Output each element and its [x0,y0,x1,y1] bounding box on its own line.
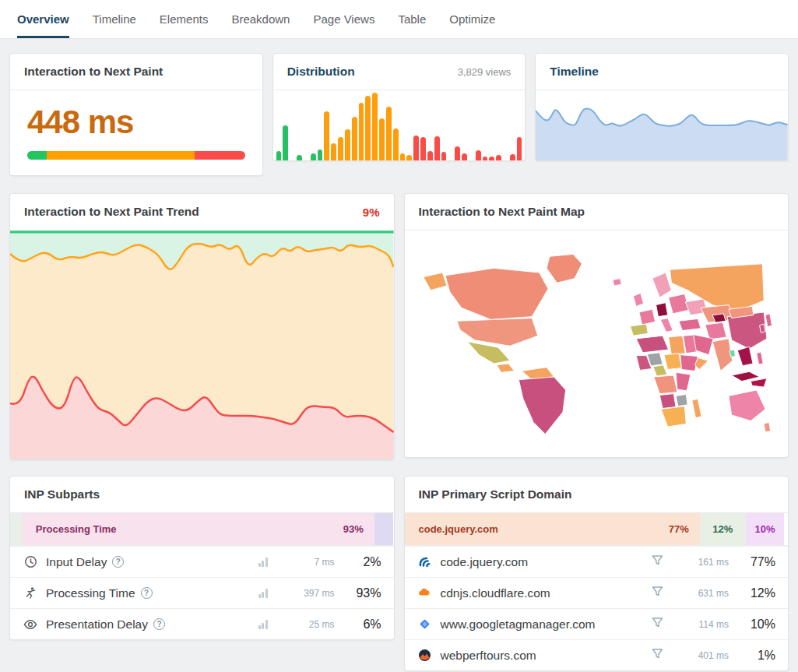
tab-label: Table [398,12,426,26]
domain-pct: 77% [740,555,775,569]
subpart-label: Presentation Delay [46,617,148,632]
filter-icon[interactable] [652,554,663,569]
help-icon[interactable]: ? [112,556,124,568]
map-region-nigeria[interactable] [652,365,666,376]
map-region-india[interactable] [712,339,732,371]
map-region-iceland[interactable] [612,279,620,286]
map-region-spain[interactable] [630,324,648,336]
map-region-sudan[interactable] [680,355,698,371]
domain-row-cloudflare[interactable]: cdnjs.cloudflare.com 631 ms 12% [405,577,789,608]
map-region-south-america[interactable] [519,377,565,435]
domain-row-googletagmanager[interactable]: www.googletagmanager.com 114 ms 10% [405,608,789,639]
domain-label: code.jquery.com [441,555,529,569]
tab-overview[interactable]: Overview [17,0,69,38]
filter-icon[interactable] [652,617,663,632]
card-inp-value: Interaction to Next Paint 448 ms [9,53,263,176]
help-icon[interactable]: ? [141,587,153,599]
distribution-bar [489,157,494,160]
map-region-iran[interactable] [705,322,726,340]
summary-bar-segment[interactable]: 10% [746,513,784,545]
map-region-italy[interactable] [660,318,673,332]
card-title: Interaction to Next Paint Trend [24,205,199,219]
tab-breakdown[interactable]: Breakdown [231,0,290,38]
subparts-row-input-delay[interactable]: Input Delay ? 7 ms 2% [10,546,394,577]
map-region-central-america[interactable] [497,364,515,372]
subpart-pct: 2% [346,555,381,569]
map-region-libya[interactable] [668,336,685,355]
distribution-bar [338,137,343,160]
webperftours-favicon [417,648,433,663]
map-region-japan[interactable] [765,314,772,327]
mini-histogram-icon[interactable] [258,620,268,629]
card-title: INP Subparts [24,487,100,501]
map-region-turkey[interactable] [678,319,700,331]
map-region-scandinavia[interactable] [652,273,671,297]
subparts-row-presentation-delay[interactable]: Presentation Delay ? 25 ms 6% [10,608,394,639]
subpart-ms: 7 ms [290,557,335,568]
card-title: Interaction to Next Paint [24,65,163,79]
mini-histogram-icon[interactable] [258,558,268,567]
summary-bar-segment[interactable] [784,513,788,545]
subpart-pct: 6% [346,617,381,632]
card-title[interactable]: Distribution [287,65,355,79]
distribution-bar [462,153,467,160]
card-title[interactable]: Timeline [550,65,599,79]
summary-bar-segment[interactable] [10,513,22,545]
domain-summary-bar: code.jquery.com77%12%10% [405,513,789,546]
help-icon[interactable]: ? [153,618,165,630]
summary-bar-segment[interactable]: code.jquery.com77% [405,513,700,545]
distribution-bar [483,157,488,160]
domain-row-webperftours[interactable]: webperftours.com 401 ms 1% [405,639,789,670]
cloudflare-favicon [417,586,433,601]
domain-pct: 1% [740,649,775,663]
map-region-australia[interactable] [728,390,765,421]
distribution-bar [406,155,412,160]
map-region-greenland[interactable] [547,255,582,283]
distribution-chart [273,90,526,160]
distribution-bar [297,155,302,160]
map-region-chad[interactable] [663,354,681,370]
tab-elements[interactable]: Elements [160,0,209,38]
timeline-area-chart [536,90,788,160]
map-region-north-africa[interactable] [636,336,668,353]
tab-page-views[interactable]: Page Views [313,0,374,38]
map-region-east-africa[interactable] [676,372,691,391]
map-region-congo[interactable] [653,375,677,394]
mini-histogram-icon[interactable] [258,589,268,598]
map-region-zambia[interactable] [676,395,687,406]
filter-icon[interactable] [652,648,663,663]
distribution-bar [318,150,323,160]
map-region-new-guinea[interactable] [751,378,767,387]
trend-change-badge: 9% [363,206,380,219]
domain-row-jquery[interactable]: code.jquery.com 161 ms 77% [405,546,789,577]
map-region-alaska[interactable] [423,273,446,290]
summary-bar-segment[interactable]: Processing Time93% [22,513,374,545]
map-region-horn-of-africa[interactable] [694,358,708,370]
map-region-southern-africa[interactable] [661,406,686,427]
map-region-bangladesh[interactable] [729,350,735,357]
map-region-germany[interactable] [656,303,667,317]
subpart-label: Processing Time [46,586,135,600]
map-region-indonesia[interactable] [731,372,759,382]
tab-label: Overview [17,12,69,26]
map-region-new-zealand[interactable] [764,423,770,432]
map-region-canada[interactable] [445,269,548,320]
map-region-korea[interactable] [759,324,765,332]
tab-timeline[interactable]: Timeline [93,0,136,38]
summary-bar-segment[interactable]: 12% [700,513,746,545]
tab-table[interactable]: Table [398,0,426,38]
subpart-ms: 25 ms [290,619,335,630]
domain-pct: 10% [740,617,775,632]
map-region-indochina[interactable] [737,347,753,366]
map-region-france[interactable] [638,309,655,325]
world-map-chart [405,230,789,457]
filter-icon[interactable] [652,586,663,600]
jquery-favicon [417,554,433,570]
subparts-row-processing-time[interactable]: Processing Time ? 397 ms 93% [10,577,394,608]
map-region-uk[interactable] [633,294,643,307]
summary-bar-segment[interactable] [374,513,394,545]
map-region-philippines[interactable] [756,352,762,364]
tab-optimize[interactable]: Optimize [449,0,495,38]
map-region-madagascar[interactable] [691,399,701,418]
map-region-angola[interactable] [659,394,676,409]
